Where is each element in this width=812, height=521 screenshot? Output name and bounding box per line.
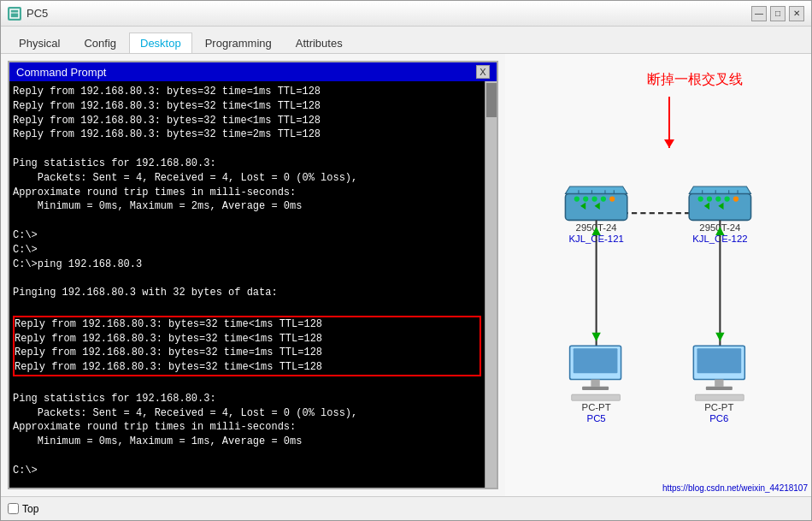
cmd-line-5: Packets: Sent = 4, Received = 4, Lost = … [13,171,481,186]
cmd-line-blank1 [13,142,481,157]
top-checkbox[interactable] [8,503,19,514]
bottom-bar: Top [1,496,811,520]
cmd-scrollbar[interactable] [485,81,497,488]
cmd-window: Command Prompt X Reply from 192.168.80.3… [8,61,498,489]
cmd-line-1: Reply from 192.168.80.3: bytes=32 time<1… [13,99,481,114]
svg-text:PC6: PC6 [709,413,728,423]
svg-marker-4 [565,186,627,193]
svg-marker-19 [591,333,600,341]
cmd-line-blank5 [13,377,481,392]
tab-bar: Physical Config Desktop Programming Attr… [1,27,811,54]
cmd-line-18: Approximate round trip times in milli-se… [13,420,481,435]
svg-rect-50 [695,394,744,400]
svg-point-31 [733,196,738,201]
close-button[interactable]: ✕ [789,6,804,21]
cmd-line-15: Reply from 192.168.80.3: bytes=32 time<1… [15,360,480,375]
svg-text:PC-PT: PC-PT [582,402,611,412]
cmd-line-13: Reply from 192.168.80.3: bytes=32 time<1… [15,332,480,346]
svg-point-11 [591,196,597,201]
pc6-icon: PC-PT PC6 [693,346,744,423]
svg-point-9 [574,196,580,201]
highlighted-section: Reply from 192.168.80.3: bytes=32 time<1… [13,316,481,376]
cmd-scrollbar-thumb [486,83,497,117]
svg-point-10 [583,196,588,201]
minimize-button[interactable]: — [751,6,767,21]
svg-point-29 [715,196,721,201]
svg-text:PC-PT: PC-PT [704,402,733,412]
svg-rect-47 [697,348,741,373]
cmd-line-14: Reply from 192.168.80.3: bytes=32 time=1… [15,346,480,360]
svg-rect-40 [574,348,618,373]
svg-rect-49 [706,387,733,390]
maximize-button[interactable]: □ [770,6,786,21]
cmd-line-20: C:\> [13,464,481,478]
cmd-line-blank6 [13,449,481,464]
network-diagram: 2950T-24 KJL_CE-121 [505,54,811,496]
cmd-line-12: Reply from 192.168.80.3: bytes=32 time<1… [15,317,480,332]
cmd-line-4: Ping statistics for 192.168.80.3: [13,157,481,171]
cmd-title: Command Prompt [16,66,106,79]
watermark: https://blog.csdn.net/weixin_44218107 [662,483,808,493]
svg-text:PC5: PC5 [587,413,606,423]
tab-desktop[interactable]: Desktop [129,33,192,53]
tab-programming[interactable]: Programming [194,33,283,53]
top-label: Top [22,503,38,515]
tab-physical[interactable]: Physical [8,33,71,53]
cmd-line-0: Reply from 192.168.80.3: bytes=32 time=1… [13,85,481,99]
cmd-line-9: C:\> [13,243,481,258]
cmd-line-6: Approximate round trip times in milli-se… [13,186,481,200]
svg-marker-37 [715,333,724,341]
svg-point-13 [609,196,615,201]
left-panel: Command Prompt X Reply from 192.168.80.3… [1,54,505,496]
top-checkbox-label: Top [8,503,38,515]
cmd-line-10: C:\>ping 192.168.80.3 [13,258,481,272]
cmd-line-7: Minimum = 0ms, Maximum = 2ms, Average = … [13,199,481,214]
svg-marker-22 [689,186,750,193]
svg-rect-41 [591,380,599,387]
svg-rect-0 [10,9,19,18]
cmd-body[interactable]: Reply from 192.168.80.3: bytes=32 time=1… [9,81,485,488]
title-bar: PC5 — □ ✕ [1,1,811,27]
right-panel: 断掉一根交叉线 [505,54,811,496]
tab-config[interactable]: Config [73,33,127,53]
window-controls: — □ ✕ [751,6,804,21]
svg-point-30 [725,196,730,201]
cmd-title-bar: Command Prompt X [9,62,497,81]
cmd-line-19: Minimum = 0ms, Maximum = 1ms, Average = … [13,435,481,449]
cmd-line-blank3 [13,271,481,286]
switch1: 2950T-24 KJL_CE-121 [565,186,627,346]
cmd-line-blank4 [13,300,481,315]
cmd-line-blank2 [13,214,481,228]
content-area: Command Prompt X Reply from 192.168.80.3… [1,54,811,496]
cmd-line-2: Reply from 192.168.80.3: bytes=32 time<1… [13,114,481,128]
switch2: 2950T-24 KJL_CE-122 [689,186,750,346]
main-window: PC5 — □ ✕ Physical Config Desktop Progra… [0,0,812,521]
tab-attributes[interactable]: Attributes [285,33,354,53]
svg-point-27 [698,196,703,201]
svg-point-12 [601,196,606,201]
window-title: PC5 [26,7,751,20]
cmd-close-button[interactable]: X [476,65,490,79]
svg-rect-42 [582,387,609,390]
cmd-line-17: Packets: Sent = 4, Received = 4, Lost = … [13,406,481,421]
pc5-icon: PC-PT PC5 [570,346,621,423]
cmd-line-8: C:\> [13,228,481,243]
cmd-line-11: Pinging 192.168.80.3 with 32 bytes of da… [13,286,481,300]
svg-point-28 [707,196,712,201]
svg-rect-48 [715,380,723,387]
cmd-line-3: Reply from 192.168.80.3: bytes=32 time=2… [13,127,481,142]
svg-rect-43 [572,394,621,400]
window-icon [8,7,21,21]
cmd-line-16: Ping statistics for 192.168.80.3: [13,392,481,406]
